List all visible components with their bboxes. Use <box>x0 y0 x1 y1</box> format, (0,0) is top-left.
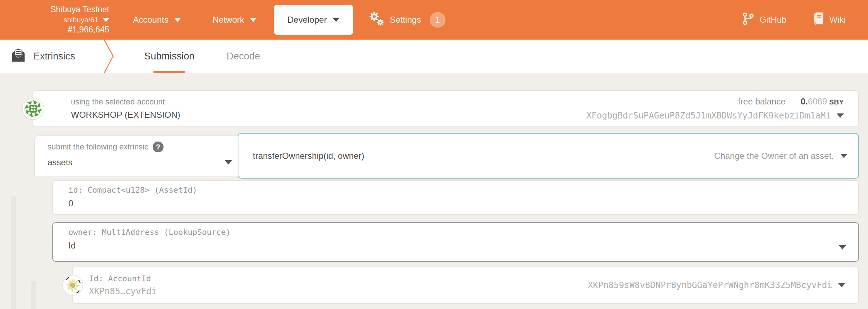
tab-decode-label: Decode <box>227 51 260 62</box>
nav-item-accounts[interactable]: Accounts <box>133 15 181 25</box>
github-label: GitHub <box>760 15 787 25</box>
account-info: using the selected account WORKSHOP (EXT… <box>71 97 180 120</box>
top-header: Shibuya Testnet shibuya/61 #1,966,645 Ac… <box>0 0 868 40</box>
breadcrumb-chevron <box>103 40 114 73</box>
param-id-label: id: Compact<u128> (AssetId) <box>68 185 847 194</box>
nav-accounts-label: Accounts <box>133 15 169 25</box>
account-hint-label: using the selected account <box>71 97 180 107</box>
balance-whole: 0. <box>801 97 808 106</box>
chevron-down-icon <box>837 113 844 118</box>
pallet-selected-value: assets <box>48 157 72 167</box>
chevron-down-icon <box>839 245 846 250</box>
selected-account-card[interactable]: using the selected account WORKSHOP (EXT… <box>32 90 859 127</box>
tab-submission-label: Submission <box>144 51 195 62</box>
network-name: Shibuya Testnet <box>50 4 109 15</box>
chevron-down-icon <box>250 18 256 22</box>
network-spec: shibuya/61 <box>64 15 99 24</box>
network-selector[interactable]: Shibuya Testnet shibuya/61 #1,966,645 <box>50 4 109 35</box>
accountid-info: Id: AccountId XKPn85…cyvFdi <box>89 274 157 296</box>
main-nav: Accounts Network Developer <box>109 0 448 40</box>
chevron-down-icon <box>838 283 845 287</box>
nav-item-settings[interactable]: Settings 1 <box>365 11 448 28</box>
polkadot-apps-page: Shibuya Testnet shibuya/61 #1,966,645 Ac… <box>0 0 868 309</box>
chevron-down-icon <box>225 160 232 165</box>
param-accountid-field[interactable]: Id: AccountId XKPn85…cyvFdi XKPn859sW8vB… <box>72 267 859 304</box>
balance-label: free balance <box>738 97 786 107</box>
param-id-field[interactable]: id: Compact<u128> (AssetId) 0 <box>52 180 859 215</box>
param-accountid-label: Id: AccountId <box>89 274 157 283</box>
param-accountid-row: Id: AccountId XKPn85…cyvFdi XKPn859sW8vB… <box>72 267 859 304</box>
nav-item-developer[interactable]: Developer <box>274 5 353 35</box>
accountid-address: XKPn859sW8vBDNPrBynbGGaYePrWNghr8mK33Z5M… <box>588 280 832 290</box>
param-indent-guide <box>11 196 16 309</box>
method-select[interactable]: transferOwnership(id, owner) Change the … <box>238 133 859 179</box>
account-identicon[interactable] <box>22 98 44 120</box>
param-indent-guide <box>31 281 36 309</box>
chevron-down-icon <box>174 18 181 22</box>
wiki-label: Wiki <box>829 15 846 25</box>
accountid-short-value: XKPn85…cyvFdi <box>89 286 157 296</box>
owner-identicon[interactable] <box>62 275 83 296</box>
account-balance-block: free balance 0.6069SBY XFogbgBdrSuPAGeuP… <box>586 97 844 121</box>
tab-submission[interactable]: Submission <box>144 40 195 73</box>
nav-network-label: Network <box>212 15 244 25</box>
param-owner-label: owner: MultiAddress (LookupSource) <box>68 228 847 237</box>
accountid-address-dropdown[interactable]: XKPn859sW8vBDNPrBynbGGaYePrWNghr8mK33Z5M… <box>588 280 845 290</box>
pallet-select[interactable]: submit the following extrinsic ? assets <box>34 135 242 177</box>
account-name: WORKSHOP (EXTENSION) <box>71 110 180 120</box>
code-branch-icon <box>742 12 754 28</box>
settings-gears-icon <box>368 11 385 28</box>
nav-developer-label: Developer <box>287 15 327 25</box>
asset-id-input[interactable]: 0 <box>68 198 847 209</box>
account-address: XFogbgBdrSuPAGeuP8Zd5J1mXBDWsYyJdFK9kebz… <box>586 111 831 121</box>
main-content: using the selected account WORKSHOP (EXT… <box>0 90 868 309</box>
nav-item-network[interactable]: Network <box>212 15 256 25</box>
section-title-label: Extrinsics <box>33 51 75 62</box>
book-icon <box>813 12 824 27</box>
help-icon[interactable]: ? <box>153 142 164 152</box>
github-link[interactable]: GitHub <box>742 12 787 28</box>
method-description-row: Change the Owner of an asset. <box>714 151 847 161</box>
chevron-down-icon <box>103 18 109 22</box>
balance-row: free balance 0.6069SBY <box>738 97 844 107</box>
nav-settings-label: Settings <box>390 15 421 25</box>
extrinsic-form-label: submit the following extrinsic <box>48 142 148 152</box>
tab-bar: Extrinsics Submission Decode <box>0 40 868 73</box>
wiki-link[interactable]: Wiki <box>813 12 846 27</box>
tab-decode[interactable]: Decode <box>227 40 260 73</box>
owner-type-selected-value: Id <box>68 241 847 251</box>
balance-value: 0.6069SBY <box>801 97 844 107</box>
external-links: GitHub Wiki <box>742 12 846 28</box>
extrinsic-selector-row: submit the following extrinsic ? assets … <box>34 135 859 177</box>
pallet-label-row: submit the following extrinsic ? <box>48 142 232 152</box>
chevron-down-icon <box>840 154 847 158</box>
account-address-dropdown[interactable]: XFogbgBdrSuPAGeuP8Zd5J1mXBDWsYyJdFK9kebz… <box>586 111 844 121</box>
settings-count-badge: 1 <box>430 12 446 28</box>
envelope-open-icon <box>11 48 26 65</box>
balance-decimals: 6069 <box>808 97 827 106</box>
param-owner-select[interactable]: owner: MultiAddress (LookupSource) Id <box>52 222 859 262</box>
method-selected-value: transferOwnership(id, owner) <box>253 151 364 161</box>
network-spec-row: shibuya/61 <box>64 15 109 24</box>
chevron-down-icon <box>332 18 340 22</box>
pallet-value-row: assets <box>48 157 232 167</box>
section-title: Extrinsics <box>11 48 75 65</box>
method-description: Change the Owner of an asset. <box>714 151 834 161</box>
best-block-number: #1,966,645 <box>68 24 109 35</box>
balance-unit: SBY <box>829 98 844 106</box>
